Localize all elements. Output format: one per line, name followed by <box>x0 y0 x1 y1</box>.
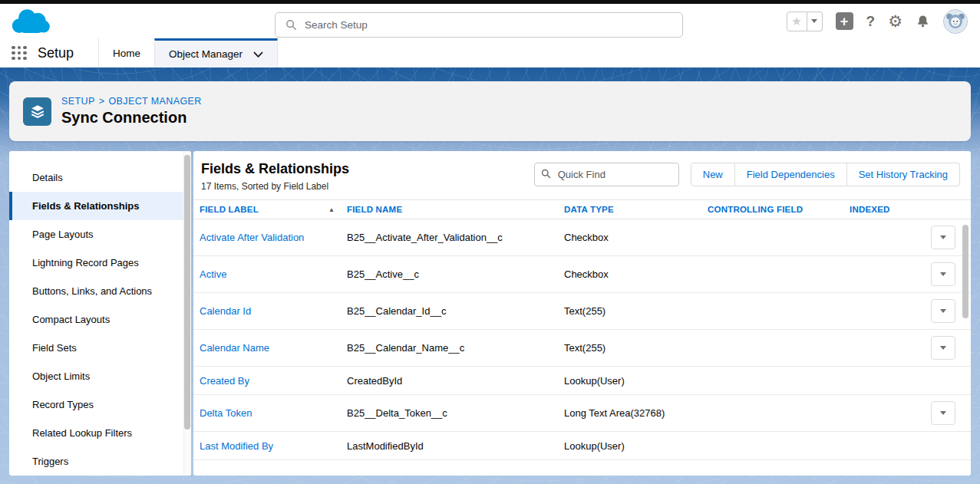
sidebar-scrollbar-thumb[interactable] <box>184 155 190 430</box>
column-header-label: FIELD NAME <box>347 205 402 214</box>
search-icon <box>541 169 551 179</box>
tab-home[interactable]: Home <box>98 38 154 67</box>
quick-add-icon[interactable]: + <box>836 12 853 30</box>
global-header: ★ + ? ⚙ <box>0 4 980 38</box>
field-name-cell: B25__Delta_Token__c <box>347 407 564 419</box>
row-actions-menu-button[interactable] <box>931 299 955 323</box>
row-actions-menu-button[interactable] <box>931 226 955 249</box>
tab-object-manager-label: Object Manager <box>169 48 243 60</box>
row-actions-menu-button[interactable] <box>931 401 955 425</box>
column-header-indexed[interactable]: INDEXED <box>850 205 931 214</box>
sidebar-item-buttons-links-and-actions[interactable]: Buttons, Links, and Actions <box>9 277 191 305</box>
column-header-field-name[interactable]: FIELD NAME <box>347 205 564 214</box>
set-history-tracking-button[interactable]: Set History Tracking <box>847 163 960 186</box>
breadcrumb-object-manager-link[interactable]: OBJECT MANAGER <box>108 96 201 107</box>
table-row: Created ByCreatedByIdLookup(User) <box>193 367 971 395</box>
field-label-cell: Calendar Id <box>200 305 347 317</box>
setup-nav-bar: Setup Home Object Manager <box>0 38 980 67</box>
field-name-cell: LastModifiedById <box>347 440 564 452</box>
breadcrumb-setup-link[interactable]: SETUP <box>61 96 95 107</box>
field-label-cell: Created By <box>200 375 347 387</box>
column-header-data-type[interactable]: DATA TYPE <box>564 205 708 214</box>
sidebar-item-object-limits[interactable]: Object Limits <box>9 362 191 390</box>
app-launcher-icon[interactable] <box>12 46 27 61</box>
field-label-link[interactable]: Activate After Validation <box>200 232 304 243</box>
table-body: Activate After ValidationB25__Activate_A… <box>193 219 971 476</box>
breadcrumb-separator: > <box>99 96 105 107</box>
chevron-down-icon <box>940 309 946 313</box>
row-actions-cell <box>931 401 955 425</box>
search-icon <box>285 19 297 31</box>
favorites-star-icon[interactable]: ★ <box>787 12 807 31</box>
tab-home-label: Home <box>113 48 140 59</box>
data-type-cell: Lookup(User) <box>564 375 708 387</box>
help-icon[interactable]: ? <box>866 13 876 30</box>
favorites-dropdown-button[interactable] <box>807 12 823 31</box>
search-setup-input[interactable] <box>275 12 683 38</box>
setup-canvas: SETUP>OBJECT MANAGER Sync Connection Det… <box>0 67 980 484</box>
field-label-link[interactable]: Calendar Id <box>200 305 251 317</box>
table-row: Calendar NameB25__Calendar_Name__cText(2… <box>193 330 971 367</box>
table-scrollbar-thumb[interactable] <box>962 225 968 318</box>
row-actions-menu-button[interactable] <box>931 336 955 360</box>
data-type-cell: Checkbox <box>564 268 708 280</box>
quick-find-input[interactable] <box>534 163 679 186</box>
row-actions-menu-button[interactable] <box>931 262 955 286</box>
field-label-link[interactable]: Created By <box>200 375 249 387</box>
data-type-cell: Text(255) <box>564 305 708 317</box>
chevron-down-icon <box>940 411 946 415</box>
user-avatar[interactable] <box>943 9 968 34</box>
table-row: ActiveB25__Active__cCheckbox <box>193 256 971 293</box>
sidebar-item-fields-relationships[interactable]: Fields & Relationships <box>9 192 191 220</box>
page-title: Sync Connection <box>61 109 202 127</box>
new-button[interactable]: New <box>691 163 735 186</box>
data-type-cell: Long Text Area(32768) <box>564 407 708 419</box>
chevron-down-icon <box>940 235 946 239</box>
chevron-down-icon <box>940 272 946 276</box>
field-label-cell: Delta Token <box>200 407 347 419</box>
field-dependencies-button[interactable]: Field Dependencies <box>735 163 847 186</box>
sidebar-item-related-lookup-filters[interactable]: Related Lookup Filters <box>9 419 191 447</box>
fields-toolbar: Fields & Relationships 17 Items, Sorted … <box>193 151 971 199</box>
layers-icon <box>29 103 46 120</box>
sidebar-nav: DetailsFields & RelationshipsPage Layout… <box>9 151 191 476</box>
sidebar-item-record-types[interactable]: Record Types <box>9 390 191 419</box>
bell-icon[interactable] <box>916 14 930 28</box>
field-label-link[interactable]: Calendar Name <box>200 342 269 354</box>
field-label-link[interactable]: Active <box>200 268 226 280</box>
row-actions-cell <box>931 262 955 286</box>
fields-panel: Fields & Relationships 17 Items, Sorted … <box>193 151 971 476</box>
tab-object-manager[interactable]: Object Manager <box>154 38 278 67</box>
panel-subtitle: 17 Items, Sorted by Field Label <box>201 181 349 192</box>
panel-title: Fields & Relationships <box>201 161 349 177</box>
data-type-cell: Checkbox <box>564 232 708 243</box>
sidebar-item-details[interactable]: Details <box>9 163 191 192</box>
row-actions-cell <box>931 336 955 360</box>
field-name-cell: B25__Calendar_Id__c <box>347 305 564 317</box>
nav-tabs: Home Object Manager <box>98 38 278 67</box>
object-icon <box>23 97 51 126</box>
table-row: Calendar IdB25__Calendar_Id__cText(255) <box>193 293 971 330</box>
object-sidebar: DetailsFields & RelationshipsPage Layout… <box>9 151 191 476</box>
field-name-cell: CreatedById <box>347 375 564 387</box>
sidebar-item-page-layouts[interactable]: Page Layouts <box>9 220 191 249</box>
favorites-control: ★ <box>787 12 823 31</box>
field-label-cell: Last Modified By <box>200 440 347 452</box>
gear-icon[interactable]: ⚙ <box>888 13 902 29</box>
column-header-controlling-field[interactable]: CONTROLLING FIELD <box>708 205 850 214</box>
sidebar-item-lightning-record-pages[interactable]: Lightning Record Pages <box>9 249 191 277</box>
field-label-link[interactable]: Last Modified By <box>200 440 273 452</box>
sidebar-item-field-sets[interactable]: Field Sets <box>9 334 191 362</box>
table-header-row: FIELD LABEL▲FIELD NAMEDATA TYPECONTROLLI… <box>193 199 971 219</box>
sidebar-scrollbar-track <box>183 151 191 476</box>
sidebar-item-triggers[interactable]: Triggers <box>9 447 191 476</box>
content-area: DetailsFields & RelationshipsPage Layout… <box>9 151 971 476</box>
column-header-field-label[interactable]: FIELD LABEL▲ <box>200 205 347 214</box>
sidebar-item-compact-layouts[interactable]: Compact Layouts <box>9 305 191 334</box>
field-label-link[interactable]: Delta Token <box>200 407 252 419</box>
quick-find <box>534 163 679 186</box>
toolbar-buttons: NewField DependenciesSet History Trackin… <box>691 163 960 186</box>
data-type-cell: Lookup(User) <box>564 440 708 452</box>
table-row: Last Modified ByLastModifiedByIdLookup(U… <box>193 432 971 460</box>
column-header-label: FIELD LABEL <box>200 205 259 214</box>
